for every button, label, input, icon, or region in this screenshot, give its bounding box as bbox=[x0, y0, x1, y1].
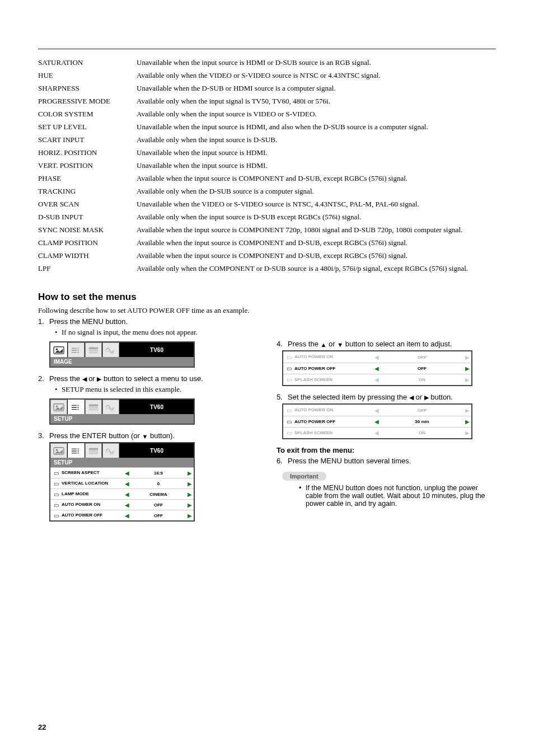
spec-row: OVER SCANUnavailable when the VIDEO or S… bbox=[38, 198, 496, 210]
spec-value: Available when the input source is COMPO… bbox=[137, 223, 496, 236]
spec-value: Available when the input source is COMPO… bbox=[137, 236, 496, 249]
osd-row-value: ON bbox=[381, 377, 463, 382]
triangle-left-icon: ◀ bbox=[123, 481, 131, 487]
step-number: 5. bbox=[277, 393, 288, 401]
osd-row-label: AUTO POWER ON bbox=[62, 503, 123, 507]
step-number: 3. bbox=[38, 431, 49, 440]
osd-row-label: SCREEN ASPECT bbox=[62, 471, 123, 475]
spec-row: LPFAvailable only when the COMPONENT or … bbox=[38, 262, 496, 275]
step-number: 6. bbox=[277, 457, 288, 465]
spec-key: SATURATION bbox=[38, 56, 137, 69]
osd-row-value: 16:9 bbox=[131, 471, 186, 476]
step-text: Press the MENU button. bbox=[49, 317, 128, 326]
step-5: 5. Set the selected item by pressing the… bbox=[277, 393, 496, 401]
spec-key: CLAMP WIDTH bbox=[38, 249, 137, 262]
spec-key: PHASE bbox=[38, 172, 137, 185]
spec-value: Unavailable when the input source is HDM… bbox=[137, 120, 496, 133]
spec-value: Unavailable when the input source is HDM… bbox=[137, 56, 496, 69]
spec-row: D-SUB INPUTAvailable only when the input… bbox=[38, 210, 496, 223]
spec-row: TRACKINGAvailable only when the D-SUB so… bbox=[38, 185, 496, 198]
triangle-left-icon: ◀ bbox=[373, 354, 381, 360]
triangle-right-icon: ▶ bbox=[463, 365, 471, 372]
tab-setup-icon bbox=[68, 342, 85, 357]
triangle-left-icon: ◀ bbox=[123, 470, 131, 476]
spec-row: SYNC NOISE MASKAvailable when the input … bbox=[38, 223, 496, 236]
spec-key: SCART INPUT bbox=[38, 133, 137, 146]
osd-row-icon: ▭ bbox=[50, 470, 62, 476]
spec-row: HUEAvailable only when the VIDEO or S-VI… bbox=[38, 69, 496, 82]
triangle-right-icon: ▶ bbox=[186, 481, 194, 487]
spec-key: SYNC NOISE MASK bbox=[38, 223, 137, 236]
osd-row: ▭AUTO POWER OFF◀OFF▶ bbox=[50, 510, 194, 520]
osd-row-label: AUTO POWER ON bbox=[294, 408, 373, 412]
svg-rect-12 bbox=[78, 408, 79, 410]
triangle-left-icon: ◀ bbox=[373, 365, 381, 372]
tab-signal-icon bbox=[102, 443, 119, 458]
step-number: 4. bbox=[277, 340, 288, 348]
spec-key: TRACKING bbox=[38, 185, 137, 198]
triangle-left-icon: ◀ bbox=[123, 491, 131, 497]
spec-row: CLAMP WIDTHAvailable when the input sour… bbox=[38, 249, 496, 262]
step-number: 1. bbox=[38, 317, 49, 326]
spec-row: SATURATIONUnavailable when the input sou… bbox=[38, 56, 496, 69]
spec-row: COLOR SYSTEMAvailable only when the inpu… bbox=[38, 107, 496, 120]
svg-rect-7 bbox=[89, 351, 98, 353]
osd-row: ▭AUTO POWER ON◀OFF▶ bbox=[50, 499, 194, 510]
triangle-down-icon: ▼ bbox=[142, 433, 148, 440]
osd-row: ▭SPLASH SCREEN◀ON▶ bbox=[283, 427, 471, 438]
spec-key: D-SUB INPUT bbox=[38, 210, 137, 223]
osd-row-value: CINEMA bbox=[131, 492, 186, 497]
svg-point-1 bbox=[56, 348, 58, 350]
spec-key: VERT. POSITION bbox=[38, 159, 137, 172]
osd-row-value: OFF bbox=[381, 355, 463, 360]
osd-title-bar: IMAGE bbox=[50, 357, 194, 367]
spec-row: CLAMP POSITIONAvailable when the input s… bbox=[38, 236, 496, 249]
osd-row: ▭AUTO POWER ON◀OFF▶ bbox=[283, 405, 471, 416]
triangle-left-icon: ◀ bbox=[373, 407, 381, 414]
spec-key: HORIZ. POSITION bbox=[38, 146, 137, 159]
step-text-c: button. bbox=[429, 393, 453, 401]
step-text-a: Press the bbox=[288, 340, 321, 348]
tab-feature-icon bbox=[85, 400, 102, 414]
spec-row: VERT. POSITIONUnavailable when the input… bbox=[38, 159, 496, 172]
osd-row-value: 0 bbox=[131, 481, 186, 486]
step-2-note: • SETUP menu is selected in this example… bbox=[55, 385, 257, 394]
osd-row-value: OFF bbox=[381, 366, 463, 371]
osd-row-label: AUTO POWER OFF bbox=[294, 367, 373, 371]
tab-setup-icon bbox=[68, 443, 85, 458]
spec-key: SHARPNESS bbox=[38, 82, 137, 95]
osd-snippet-4: ▭AUTO POWER ON◀OFF▶▭AUTO POWER OFF◀OFF▶▭… bbox=[282, 350, 472, 386]
triangle-left-icon: ◀ bbox=[373, 419, 381, 425]
important-note: • If the MENU button does not function, … bbox=[299, 484, 496, 508]
spec-row: SET UP LEVELUnavailable when the input s… bbox=[38, 120, 496, 133]
svg-rect-2 bbox=[78, 348, 79, 349]
osd-row-icon: ▭ bbox=[50, 513, 62, 519]
svg-rect-19 bbox=[78, 450, 79, 452]
spec-value: Available only when the D-SUB source is … bbox=[137, 185, 496, 198]
osd-row-label: SPLASH SCREEN bbox=[294, 431, 373, 435]
osd-row: ▭VERTICAL LOCATION◀0▶ bbox=[50, 478, 194, 489]
spec-value: Available only when the VIDEO or S-VIDEO… bbox=[137, 69, 496, 82]
spec-value: Available only when the input source is … bbox=[137, 133, 496, 146]
spec-value: Available only when the input source is … bbox=[137, 210, 496, 223]
spec-value: Available only when the input signal is … bbox=[137, 95, 496, 107]
osd-row-icon: ▭ bbox=[283, 407, 294, 414]
bullet-icon: • bbox=[55, 328, 62, 337]
triangle-right-icon: ▶ bbox=[186, 470, 194, 476]
osd-menu-2: TV60 SETUP bbox=[49, 398, 195, 425]
spec-row: HORIZ. POSITIONUnavailable when the inpu… bbox=[38, 146, 496, 159]
osd-title-bar: SETUP bbox=[50, 414, 194, 424]
triangle-right-icon: ▶ bbox=[186, 502, 194, 508]
spec-value: Unavailable when the VIDEO or S-VIDEO so… bbox=[137, 198, 496, 210]
step-text-b: or bbox=[87, 374, 97, 383]
triangle-left-icon: ◀ bbox=[82, 375, 87, 383]
osd-row-icon: ▭ bbox=[283, 377, 294, 383]
osd-row-label: AUTO POWER ON bbox=[294, 355, 373, 359]
osd-row-icon: ▭ bbox=[283, 430, 294, 436]
svg-rect-3 bbox=[78, 350, 79, 351]
spec-value: Available only when the input source is … bbox=[137, 107, 496, 120]
step-1-note: • If no signal is input, the menu does n… bbox=[55, 328, 257, 337]
triangle-right-icon: ▶ bbox=[463, 377, 471, 383]
spec-key: SET UP LEVEL bbox=[38, 120, 137, 133]
osd-row-icon: ▭ bbox=[283, 354, 294, 360]
